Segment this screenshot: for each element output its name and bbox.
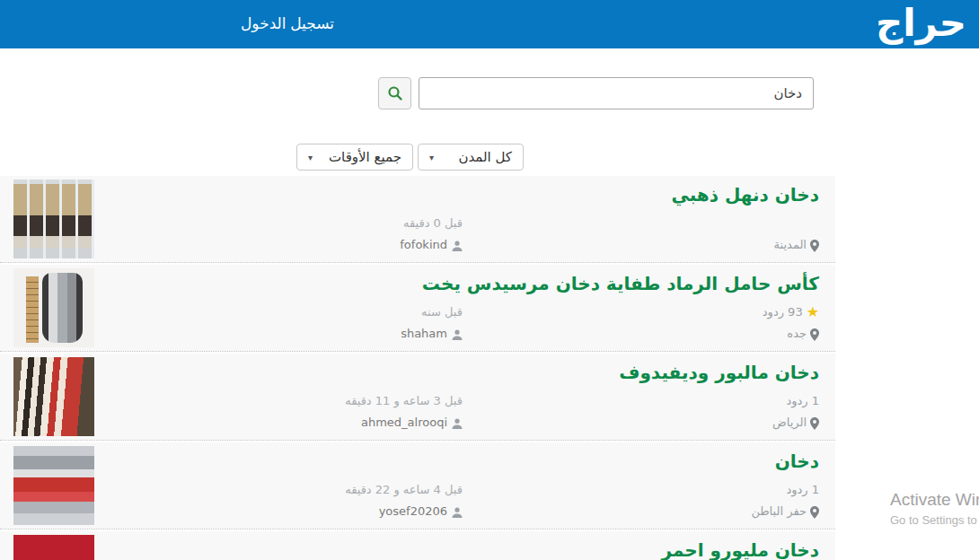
listing-row[interactable]: دخان ★ 1 ردود قبل 4 ساعه و 22 دقيقه حفر … [0,442,835,529]
listing-thumbnail[interactable] [13,357,94,436]
listing-title[interactable]: دخان دنهل ذهبي [94,184,819,206]
meta-line-bottom: المدينة fofokind [94,234,819,256]
meta-line-bottom: جده shaham [94,323,819,345]
location-pin-icon [810,240,819,252]
listing-row[interactable]: دخان مليورو احمر ★ [0,531,835,560]
person-icon [452,507,463,518]
listing-thumbnail[interactable] [13,268,94,347]
watermark-line1: Activate Windows [890,490,979,510]
location-pin-icon [810,506,819,519]
haraj-logo[interactable]: حراج [876,1,966,45]
listing-meta: ★ 93 ردود قبل سنه جده [94,302,819,345]
listing-time: قبل 4 ساعه و 22 دقيقه [345,479,463,501]
listing-row[interactable]: دخان دنهل ذهبي ★ قبل 0 دقيقه المدينة [0,176,835,263]
search-input[interactable] [419,77,814,109]
watermark-line2: Go to Settings to activate Windows. [890,513,979,527]
listing-time: قبل 3 ساعه و 11 دقيقه [345,390,463,412]
person-icon [452,418,463,429]
listing-title[interactable]: كأس حامل الرماد طفاية دخان مرسيدس يخت [94,273,819,294]
time-filter-label: جميع الأوقات [329,149,401,165]
listing-content: دخان دنهل ذهبي ★ قبل 0 دقيقه المدينة [94,176,835,262]
listing-title[interactable]: دخان مالبور وديفيدوف [94,362,819,383]
top-navbar: حراج تسجيل الدخول [0,0,979,48]
listing-location[interactable]: حفر الباطن [751,501,807,522]
listing-row[interactable]: دخان مالبور وديفيدوف ★ 1 ردود قبل 3 ساعه… [0,354,835,441]
windows-activation-watermark: Activate Windows Go to Settings to activ… [890,490,979,527]
replies-count: 1 ردود [786,479,819,501]
search-bar [378,77,979,109]
listing-meta: ★ قبل 0 دقيقه المدينة [94,213,819,256]
listing-time: قبل 0 دقيقه [403,213,463,234]
listing-thumbnail[interactable] [13,179,94,258]
listing-meta: ★ 1 ردود قبل 4 ساعه و 22 دقيقه حفر الباط… [94,479,819,522]
chevron-down-icon: ▾ [308,153,313,162]
meta-line-bottom: حفر الباطن yosef20206 [94,501,819,522]
meta-line-top: ★ 93 ردود قبل سنه [94,302,819,323]
listing-thumbnail[interactable] [13,535,94,560]
meta-line-bottom: الرياض ahmed_alrooqi [94,412,819,433]
listing-time: قبل سنه [421,302,463,323]
search-button[interactable] [378,77,411,109]
login-link[interactable]: تسجيل الدخول [241,0,334,48]
city-filter-label: كل المدن [458,149,512,165]
listing-username[interactable]: shaham [401,323,447,345]
location-pin-icon [810,328,819,341]
replies-count: 1 ردود [786,390,819,412]
listing-title[interactable]: دخان [94,451,819,472]
listing-username[interactable]: yosef20206 [379,501,447,522]
filter-bar: جميع الأوقات ▾ كل المدن ▾ [296,144,979,171]
listing-thumbnail[interactable] [13,446,94,525]
listing-location[interactable]: جده [787,323,807,345]
listing-content: دخان مالبور وديفيدوف ★ 1 ردود قبل 3 ساعه… [94,354,835,440]
time-filter-dropdown[interactable]: جميع الأوقات ▾ [296,144,413,171]
listing-row[interactable]: كأس حامل الرماد طفاية دخان مرسيدس يخت ★ … [0,265,835,352]
person-icon [452,329,463,340]
meta-line-top: ★ 1 ردود قبل 3 ساعه و 11 دقيقه [94,390,819,412]
listing-meta: ★ 1 ردود قبل 3 ساعه و 11 دقيقه الرياض [94,390,819,433]
page: حراج تسجيل الدخول جميع الأوقات ▾ كل المد… [0,0,979,560]
listing-title[interactable]: دخان مليورو احمر [94,539,819,560]
replies-count: 93 ردود [763,302,803,323]
star-icon: ★ [807,302,819,323]
chevron-down-icon: ▾ [429,153,434,162]
meta-line-top: ★ 1 ردود قبل 4 ساعه و 22 دقيقه [94,479,819,501]
listing-location[interactable]: المدينة [774,234,807,256]
listing-location[interactable]: الرياض [772,412,807,433]
listing-content: دخان مليورو احمر ★ [94,531,835,560]
city-filter-dropdown[interactable]: كل المدن ▾ [418,144,524,171]
meta-line-top: ★ قبل 0 دقيقه [94,213,819,234]
person-icon [452,241,463,251]
listing-content: دخان ★ 1 ردود قبل 4 ساعه و 22 دقيقه حفر … [94,442,835,529]
listings: دخان دنهل ذهبي ★ قبل 0 دقيقه المدينة [0,176,835,560]
magnifier-icon [387,85,403,101]
listing-username[interactable]: fofokind [400,234,447,256]
location-pin-icon [810,417,819,430]
listing-content: كأس حامل الرماد طفاية دخان مرسيدس يخت ★ … [94,265,835,351]
listing-username[interactable]: ahmed_alrooqi [361,412,447,433]
